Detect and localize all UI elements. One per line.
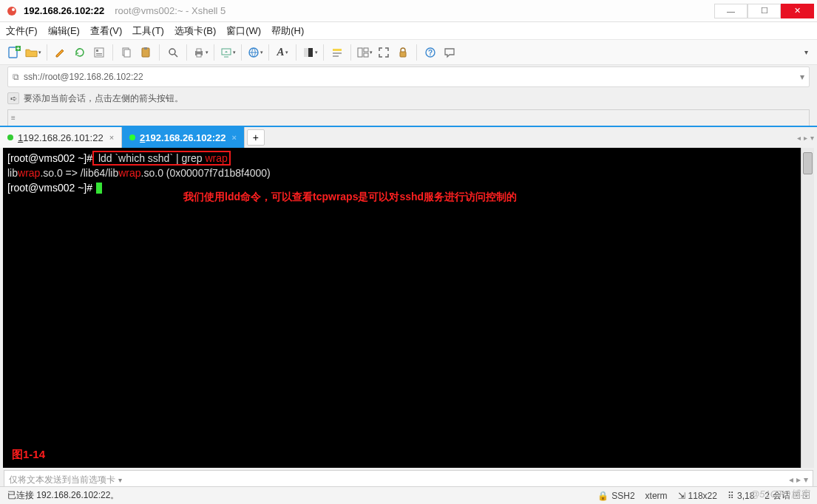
- tab-scroll-left-icon[interactable]: ◂: [797, 134, 801, 142]
- language-icon[interactable]: ▾: [247, 44, 263, 61]
- svg-rect-7: [96, 55, 102, 55]
- grid-icon: ⠿: [728, 491, 734, 501]
- terminal-prompt: [root@vms002 ~]#: [7, 182, 92, 194]
- feedback-icon[interactable]: [441, 44, 458, 61]
- app-icon: [6, 5, 18, 17]
- status-term-type: xterm: [645, 491, 668, 501]
- resize-icon: ⇲: [678, 491, 685, 501]
- send-placeholder: 仅将文本发送到当前选项卡: [9, 474, 115, 486]
- chevron-down-icon[interactable]: ▾: [118, 476, 122, 484]
- svg-rect-25: [364, 53, 368, 57]
- tab-session-1[interactable]: 1 192.168.26.101:22 ×: [0, 127, 122, 148]
- menu-file[interactable]: 文件(F): [6, 24, 38, 38]
- transfer-icon[interactable]: ▾: [220, 44, 236, 61]
- window-title-primary: 192.168.26.102:22: [24, 5, 104, 16]
- layout-icon[interactable]: ▾: [356, 44, 373, 61]
- figure-label: 图1-14: [12, 447, 45, 462]
- color-scheme-icon[interactable]: ▾: [302, 44, 318, 61]
- tab-number: 2: [140, 132, 145, 143]
- menu-window[interactable]: 窗口(W): [226, 24, 261, 38]
- status-size: ⇲118x22: [678, 491, 717, 501]
- lock-small-icon: 🔒: [597, 491, 608, 501]
- send-scroll-left-icon[interactable]: ◂: [789, 474, 793, 485]
- tab-close-icon[interactable]: ×: [232, 133, 237, 142]
- svg-rect-5: [96, 50, 98, 52]
- tab-label: 192.168.26.101:22: [23, 132, 103, 143]
- svg-rect-11: [144, 47, 147, 50]
- svg-rect-14: [197, 49, 201, 52]
- link-icon: ⧉: [13, 72, 19, 82]
- address-url: ssh://root@192.168.26.102:22: [24, 72, 143, 82]
- status-dot-icon: [7, 134, 13, 140]
- tab-session-2[interactable]: 2 192.168.26.102:22 ×: [122, 127, 245, 148]
- menu-view[interactable]: 查看(V): [90, 24, 122, 38]
- separator: [47, 44, 47, 61]
- separator: [214, 44, 214, 61]
- open-session-icon[interactable]: ▾: [25, 44, 41, 61]
- paste-icon[interactable]: [138, 44, 154, 61]
- address-dropdown-icon[interactable]: ▾: [800, 72, 804, 82]
- svg-point-12: [169, 49, 175, 55]
- svg-rect-19: [304, 48, 308, 57]
- close-button[interactable]: ✕: [781, 4, 814, 18]
- tab-close-icon[interactable]: ×: [109, 133, 114, 142]
- svg-text:?: ?: [428, 49, 433, 57]
- separator: [323, 44, 324, 61]
- terminal-prompt: [root@vms002 ~]#: [7, 152, 92, 164]
- copy-icon[interactable]: [118, 44, 135, 61]
- separator: [416, 44, 417, 61]
- properties-icon[interactable]: [91, 44, 107, 61]
- terminal-scrollbar[interactable]: [801, 148, 814, 468]
- menu-tools[interactable]: 工具(T): [132, 24, 164, 38]
- send-scroll-right-icon[interactable]: ▸: [796, 474, 801, 485]
- separator: [241, 44, 242, 61]
- hint-add-icon[interactable]: ➪: [7, 92, 19, 104]
- address-bar[interactable]: ⧉ ssh://root@192.168.26.102:22 ▾: [7, 67, 810, 87]
- print-icon[interactable]: ▾: [192, 44, 209, 61]
- send-menu-icon[interactable]: ▾: [804, 474, 808, 485]
- tab-scroll-controls: ◂ ▸ ▾: [794, 127, 817, 148]
- svg-rect-24: [364, 48, 368, 52]
- minimize-button[interactable]: —: [714, 4, 747, 18]
- fullscreen-icon[interactable]: [376, 44, 392, 61]
- menu-help[interactable]: 帮助(H): [271, 24, 304, 38]
- separator: [186, 44, 187, 61]
- terminal[interactable]: [root@vms002 ~]# ldd `which sshd` | grep…: [3, 148, 814, 468]
- tab-scroll-right-icon[interactable]: ▸: [804, 134, 807, 142]
- svg-rect-9: [124, 50, 130, 57]
- find-icon[interactable]: [165, 44, 181, 61]
- menu-tabs[interactable]: 选项卡(B): [174, 24, 216, 38]
- menu-bar: 文件(F) 编辑(E) 查看(V) 工具(T) 选项卡(B) 窗口(W) 帮助(…: [0, 22, 817, 40]
- separator: [296, 44, 296, 61]
- svg-rect-20: [333, 49, 342, 51]
- help-icon[interactable]: ?: [422, 44, 438, 61]
- cursor-icon: [96, 183, 102, 194]
- session-handle-icon[interactable]: ≡: [11, 114, 16, 122]
- lock-icon[interactable]: [395, 44, 411, 61]
- menu-edit[interactable]: 编辑(E): [48, 24, 80, 38]
- annotation-text: 我们使用ldd命令，可以查看tcpwraps是可以对sshd服务进行访问控制的: [183, 189, 517, 204]
- status-dot-icon: [129, 134, 135, 140]
- scrollbar-thumb[interactable]: [803, 152, 813, 174]
- highlight-icon[interactable]: [329, 44, 345, 61]
- reconnect-icon[interactable]: [72, 44, 88, 61]
- maximize-button[interactable]: ☐: [747, 4, 781, 18]
- svg-rect-22: [333, 55, 339, 57]
- edit-icon[interactable]: [52, 44, 69, 61]
- status-protocol: 🔒SSH2: [597, 491, 634, 501]
- window-title-secondary: root@vms002:~ - Xshell 5: [115, 5, 226, 16]
- separator: [159, 44, 160, 61]
- toolbar-overflow-icon[interactable]: ▾: [801, 48, 811, 56]
- tab-menu-icon[interactable]: ▾: [810, 134, 814, 142]
- terminal-line: [root@vms002 ~]# ldd `which sshd` | grep…: [7, 151, 810, 166]
- svg-rect-23: [358, 48, 362, 57]
- separator: [268, 44, 269, 61]
- svg-rect-6: [96, 53, 102, 54]
- add-tab-button[interactable]: +: [247, 129, 265, 146]
- new-session-icon[interactable]: [6, 44, 22, 61]
- svg-rect-21: [333, 52, 342, 54]
- separator: [350, 44, 351, 61]
- watermark: @51CTO博客: [750, 488, 810, 501]
- font-icon[interactable]: A▾: [274, 44, 291, 61]
- status-connection: 已连接 192.168.26.102:22。: [7, 489, 587, 502]
